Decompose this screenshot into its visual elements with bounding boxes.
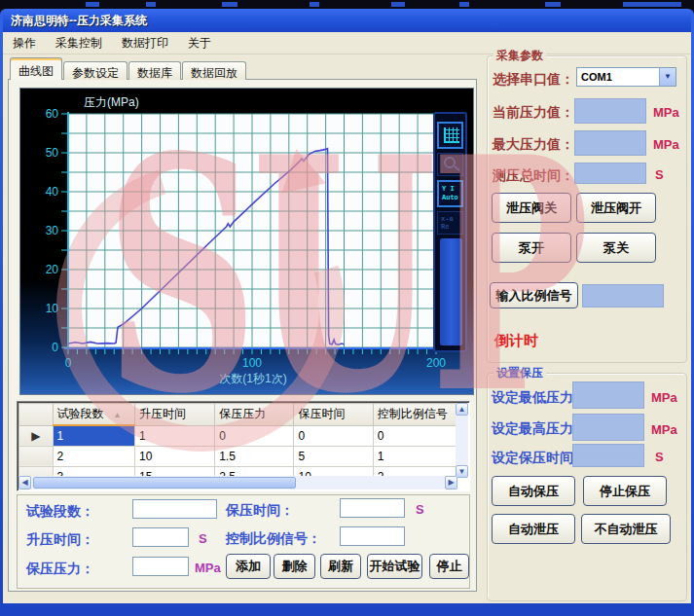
current-pressure-label: 当前压力值： [493,104,574,122]
current-pressure-field [574,98,646,124]
column-header[interactable]: 保压压力 [215,404,294,426]
column-header[interactable]: 升压时间 [135,404,215,426]
table-cell[interactable]: 0 [294,425,373,446]
total-time-unit: S [655,167,664,182]
auto-release-button[interactable]: 自动泄压 [492,514,575,544]
table-cell[interactable]: 1 [373,446,457,466]
ratio-signal-field[interactable] [582,284,664,308]
rise-time-label: 升压时间： [26,531,94,549]
input-ratio-signal-button[interactable]: 输入比例信号 [490,282,578,308]
menu-item-data-print[interactable]: 数据打印 [112,32,178,54]
delete-button[interactable]: 删除 [274,554,315,579]
serial-port-label: 选择串口值： [493,71,574,89]
total-time-label: 测压总时间： [493,167,574,185]
pump-on-button[interactable]: 泵开 [492,233,571,263]
scroll-up-icon[interactable]: ▲ [456,403,468,416]
min-pressure-unit: MPa [651,390,677,405]
countdown-label: 倒计时 [494,332,538,350]
test-stages-table: 试验段数▲升压时间保压压力保压时间控制比例信号▶110002101.551315… [17,401,470,491]
window-title: 济南思明特--压力采集系统 [3,13,147,29]
hscroll-thumb[interactable] [33,477,296,489]
add-button[interactable]: 添加 [226,554,271,579]
hold-duration-unit: S [655,450,664,464]
ratio-signal-input[interactable] [340,526,405,546]
scroll-right-icon[interactable]: ▶ [445,476,457,489]
table-row[interactable]: ▶11000 [19,425,457,446]
seg-count-input[interactable] [132,499,217,519]
column-header[interactable]: 试验段数▲ [53,404,135,426]
tab-data-replay[interactable]: 数据回放 [182,61,246,80]
table-row[interactable]: 2101.551 [19,446,457,466]
tab-strip: 曲线图 参数设定 数据库 数据回放 [10,57,247,80]
stop-hold-button[interactable]: 停止保压 [583,476,667,506]
y-autoscale-icon[interactable]: Y IAuto [437,180,463,207]
max-pressure-label: 最大压力值： [493,136,574,154]
y-tick-label: 10 [46,302,59,315]
ratio-signal-label: 控制比例信号： [226,530,321,548]
table-cell[interactable]: 2 [53,446,135,466]
rise-time-input[interactable] [132,527,189,547]
table-cell[interactable]: 1 [53,425,135,446]
scroll-left-icon[interactable]: ◀ [18,476,31,489]
tab-curve-chart[interactable]: 曲线图 [10,57,62,80]
relief-valve-close-button[interactable]: 泄压阀关 [492,193,571,223]
row-selector[interactable] [19,446,54,466]
table-vertical-scrollbar[interactable]: ▲ ▼ [456,403,468,478]
hold-time-label: 保压时间： [226,502,294,520]
menu-item-about[interactable]: 关于 [178,32,221,54]
row-selector[interactable]: ▶ [19,425,54,446]
table-cell[interactable]: 0 [215,425,294,446]
serial-port-select[interactable]: COM1 ▼ [576,67,676,87]
hold-pressure-input[interactable] [132,557,189,576]
start-test-button[interactable]: 开始试验 [367,554,422,579]
total-time-field [574,163,646,184]
chevron-down-icon[interactable]: ▼ [659,68,676,86]
rescale-icon[interactable]: x-aRe [437,211,463,235]
menu-bar: 操作 采集控制 数据打印 关于 [3,32,691,54]
table-cell[interactable]: 1 [135,425,215,446]
x-tick-label: 0 [65,356,72,370]
table-cell[interactable]: 10 [135,446,215,466]
row-selector-header[interactable] [19,404,54,426]
pump-off-button[interactable]: 泵关 [576,233,656,263]
table-cell[interactable]: 1.5 [215,446,294,466]
column-header[interactable]: 保压时间 [294,404,373,426]
x-tick-label: 200 [426,356,446,370]
tab-database[interactable]: 数据库 [128,61,181,80]
hold-time-input[interactable] [340,498,405,518]
hold-duration-field[interactable] [572,444,644,467]
y-tick-label: 20 [46,263,59,276]
app-window: { "window": { "title": "济南思明特--压力采集系统" }… [0,0,694,616]
auto-hold-button[interactable]: 自动保压 [492,476,575,506]
max-set-pressure-field[interactable] [572,414,644,441]
seg-count-label: 试验段数： [26,503,94,521]
menu-item-operation[interactable]: 操作 [3,32,46,54]
max-set-pressure-unit: MPa [651,422,677,437]
y-tick-label: 50 [46,146,59,160]
current-pressure-unit: MPa [653,105,679,120]
table-cell[interactable]: 5 [294,446,373,466]
tab-parameter-setting[interactable]: 参数设定 [63,61,128,80]
refresh-button[interactable]: 刷新 [320,554,361,579]
y-axis-title: 压力(MPa) [84,95,139,109]
hold-pressure-unit: MPa [195,561,221,575]
table-horizontal-scrollbar[interactable]: ◀ ▶ [18,476,457,489]
min-pressure-field[interactable] [572,381,644,409]
graph-palette: Y IAuto x-aRe [433,112,467,352]
palette-scrollbar[interactable] [440,238,462,345]
stop-button[interactable]: 停止 [429,554,469,579]
no-auto-release-button[interactable]: 不自动泄压 [581,514,671,544]
table-cell[interactable]: 0 [373,425,457,446]
grid-scale-icon[interactable] [437,122,463,149]
pressure-chart[interactable]: 01020304050600100200压力(MPa)次数(1秒1次) Y IA… [19,88,474,395]
zoom-icon[interactable] [437,153,463,176]
sort-asc-icon: ▲ [104,411,122,419]
title-bar[interactable]: 济南思明特--压力采集系统 [3,9,691,32]
serial-port-value: COM1 [577,71,659,83]
y-tick-label: 0 [52,341,58,354]
column-header[interactable]: 控制比例信号 [373,404,457,426]
menu-item-acquisition-control[interactable]: 采集控制 [46,32,112,54]
relief-valve-open-button[interactable]: 泄压阀开 [576,193,656,223]
y-tick-label: 30 [46,224,59,237]
chart-canvas: 01020304050600100200压力(MPa)次数(1秒1次) [20,89,475,396]
